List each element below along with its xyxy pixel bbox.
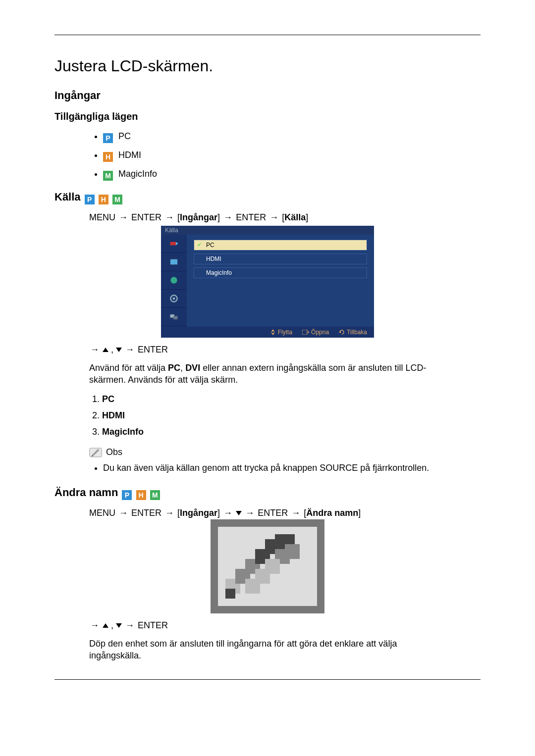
- path-ingangar: Ingångar: [180, 212, 217, 222]
- osd-row-magicinfo-label: MagicInfo: [206, 269, 232, 276]
- osd-tab-sound-icon: [161, 271, 187, 290]
- osd-row-pc: ✔ PC: [194, 240, 367, 251]
- option-hdmi: HDMI: [102, 410, 125, 420]
- osd-tab-picture-icon: [161, 253, 187, 271]
- osd-foot-open: Öppna: [302, 329, 329, 336]
- list-item: PC: [102, 394, 481, 404]
- osd-foot-back: Tillbaka: [339, 329, 367, 336]
- osd-main-area: ✔ PC HDMI MagicInfo: [187, 235, 374, 327]
- arrow-icon: →: [124, 345, 135, 355]
- path-enter: ENTER: [131, 212, 161, 222]
- path-enter: ENTER: [258, 508, 288, 518]
- osd-screenshot: Källa: [54, 226, 481, 338]
- osd-foot-move: Flytta: [270, 329, 292, 336]
- mode-pc: P PC: [103, 131, 481, 143]
- p-icon: P: [103, 133, 113, 143]
- arrow-icon: →: [89, 620, 100, 631]
- arrow-icon: →: [244, 508, 255, 518]
- osd-row-hdmi: HDMI: [194, 253, 367, 264]
- arrow-icon: →: [89, 345, 100, 355]
- source-heading-row: Källa P H M: [54, 191, 481, 204]
- mode-magicinfo-label: MagicInfo: [118, 169, 157, 179]
- svg-rect-22: [225, 589, 235, 599]
- nav-hint-2: → , → ENTER: [89, 620, 481, 631]
- triangle-up-icon: [103, 348, 108, 352]
- note-item: Du kan även välja källan genom att tryck…: [103, 463, 481, 473]
- osd-footer: Flytta Öppna Tillbaka: [161, 327, 374, 338]
- check-icon: ✔: [197, 242, 202, 248]
- arrow-icon: →: [268, 212, 279, 223]
- path-kalla: Källa: [284, 212, 306, 222]
- mode-list: P PC H HDMI M MagicInfo: [54, 131, 481, 181]
- nav-enter: ENTER: [138, 620, 168, 630]
- arrow-icon: →: [222, 212, 233, 223]
- list-item: MagicInfo: [102, 427, 481, 437]
- svg-point-3: [170, 277, 177, 283]
- osd-tab-setup-icon: [161, 290, 187, 308]
- txt-dvi: DVI: [185, 363, 200, 373]
- osd-tab-multi-icon: [161, 308, 187, 326]
- option-pc: PC: [102, 394, 114, 404]
- triangle-down-icon: [116, 348, 122, 352]
- m-icon: M: [150, 490, 160, 500]
- arrow-icon: →: [118, 508, 129, 518]
- menu-path-2: MENU → ENTER → [Ingångar] → → ENTER → [Ä…: [89, 508, 481, 518]
- osd-row-magicinfo: MagicInfo: [194, 267, 367, 278]
- osd-panel: Källa: [161, 226, 374, 338]
- m-icon: M: [103, 171, 113, 181]
- osd-row-pc-label: PC: [206, 242, 214, 249]
- triangle-down-icon: [116, 623, 122, 628]
- path-enter: ENTER: [236, 212, 266, 222]
- path-ingangar: Ingångar: [180, 508, 217, 518]
- section-inputs: Ingångar: [54, 89, 481, 102]
- osd-foot-back-label: Tillbaka: [347, 329, 367, 336]
- top-rule: [54, 35, 481, 35]
- rename-heading: Ändra namn: [54, 486, 118, 499]
- svg-marker-9: [271, 332, 275, 335]
- svg-marker-8: [271, 329, 275, 332]
- path-enter: ENTER: [131, 508, 161, 518]
- menu-path-1: MENU → ENTER → [Ingångar] → ENTER → [Käl…: [89, 212, 481, 223]
- osd-tab-input-icon: [161, 235, 187, 253]
- arrow-icon: →: [222, 508, 233, 518]
- document-page: Justera LCD-skärmen. Ingångar Tillgängli…: [0, 0, 535, 756]
- triangle-up-icon: [103, 623, 108, 628]
- txt: ,: [180, 363, 185, 373]
- triangle-down-icon: [236, 511, 242, 515]
- note-list: Du kan även välja källan genom att tryck…: [54, 463, 481, 473]
- pencil-note-icon: [89, 446, 102, 459]
- path-andra: Ändra namn: [306, 508, 358, 518]
- nav-hint-1: → , → ENTER: [89, 345, 481, 355]
- bottom-rule: [54, 679, 481, 680]
- txt-pc: PC: [168, 363, 180, 373]
- source-heading: Källa: [54, 191, 81, 203]
- h-icon: H: [99, 195, 108, 204]
- arrow-icon: →: [290, 508, 301, 518]
- h-icon: H: [136, 490, 146, 500]
- osd-foot-open-label: Öppna: [311, 329, 329, 336]
- osd-title: Källa: [161, 226, 374, 235]
- h-icon: H: [103, 152, 113, 162]
- source-option-list: PC HDMI MagicInfo: [89, 394, 481, 437]
- osd-tab-column: [161, 235, 187, 327]
- arrow-icon: →: [164, 212, 175, 223]
- svg-point-5: [173, 298, 175, 300]
- svg-rect-0: [170, 242, 176, 246]
- arrow-icon: →: [164, 508, 175, 518]
- path-menu: MENU: [89, 212, 115, 222]
- svg-rect-7: [173, 316, 177, 319]
- osd-foot-move-label: Flytta: [278, 329, 292, 336]
- osd-row-hdmi-label: HDMI: [206, 255, 221, 262]
- nav-enter: ENTER: [138, 345, 168, 354]
- mode-hdmi-label: HDMI: [118, 150, 141, 160]
- p-icon: P: [122, 490, 132, 500]
- rename-illustration: [54, 519, 481, 613]
- arrow-icon: →: [118, 212, 129, 223]
- pencil-pixel-icon: [211, 519, 324, 613]
- rename-heading-row: Ändra namn P H M: [54, 486, 481, 500]
- rename-description: Döp den enhet som är ansluten till ingån…: [89, 638, 446, 662]
- subsection-modes: Tillgängliga lägen: [54, 111, 481, 122]
- note-label: Obs: [106, 447, 122, 457]
- p-icon: P: [85, 195, 95, 204]
- svg-rect-1: [170, 259, 178, 265]
